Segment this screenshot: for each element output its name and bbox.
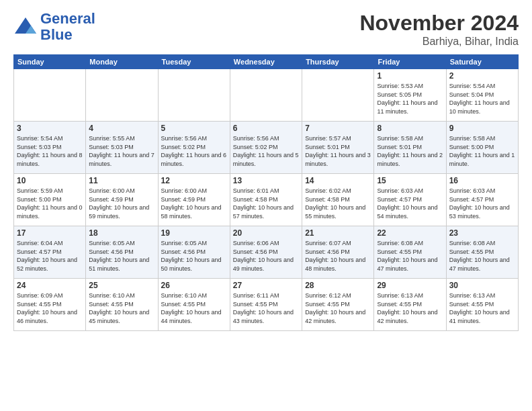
calendar-cell: 14Sunrise: 6:02 AMSunset: 4:58 PMDayligh… [302,174,374,226]
day-number: 13 [233,176,299,185]
cell-info: Sunrise: 6:05 AMSunset: 4:56 PMDaylight:… [89,239,154,273]
weekday-header: Wednesday [230,55,302,69]
day-number: 30 [449,281,515,290]
calendar-week-row: 10Sunrise: 5:59 AMSunset: 5:00 PMDayligh… [14,174,519,226]
calendar-cell: 8Sunrise: 5:58 AMSunset: 5:01 PMDaylight… [374,122,446,174]
logo-line2: Blue [40,26,73,43]
day-number: 17 [17,228,83,238]
weekday-header: Tuesday [158,55,230,69]
day-number: 9 [449,124,515,133]
calendar-cell: 16Sunrise: 6:03 AMSunset: 4:57 PMDayligh… [446,174,518,226]
weekday-header: Thursday [302,55,374,69]
calendar-cell: 24Sunrise: 6:09 AMSunset: 4:55 PMDayligh… [14,279,86,331]
cell-info: Sunrise: 6:08 AMSunset: 4:55 PMDaylight:… [377,239,443,273]
cell-info: Sunrise: 5:57 AMSunset: 5:01 PMDaylight:… [305,134,371,168]
cell-info: Sunrise: 6:05 AMSunset: 4:56 PMDaylight:… [161,239,227,273]
calendar-cell: 21Sunrise: 6:07 AMSunset: 4:56 PMDayligh… [302,226,374,279]
day-number: 28 [305,281,371,290]
header: General Blue November 2024 Barhiya, Biha… [13,11,519,48]
cell-info: Sunrise: 5:53 AMSunset: 5:05 PMDaylight:… [377,82,443,116]
calendar-cell: 13Sunrise: 6:01 AMSunset: 4:58 PMDayligh… [230,174,302,226]
calendar-cell: 9Sunrise: 5:58 AMSunset: 5:00 PMDaylight… [446,122,518,174]
page: General Blue November 2024 Barhiya, Biha… [0,0,532,338]
calendar-cell: 11Sunrise: 6:00 AMSunset: 4:59 PMDayligh… [86,174,158,226]
calendar-cell: 2Sunrise: 5:54 AMSunset: 5:04 PMDaylight… [446,69,518,122]
day-number: 6 [233,124,299,133]
day-number: 23 [449,228,515,238]
calendar-cell [14,69,86,122]
cell-info: Sunrise: 6:00 AMSunset: 4:59 PMDaylight:… [89,187,154,220]
logo: General Blue [13,11,95,43]
calendar-cell: 25Sunrise: 6:10 AMSunset: 4:55 PMDayligh… [86,279,158,331]
cell-info: Sunrise: 6:02 AMSunset: 4:58 PMDaylight:… [305,187,371,220]
day-number: 2 [449,71,515,81]
calendar-cell: 6Sunrise: 5:56 AMSunset: 5:02 PMDaylight… [230,122,302,174]
weekday-header: Sunday [14,55,86,69]
header-row: SundayMondayTuesdayWednesdayThursdayFrid… [14,55,519,69]
calendar-cell: 17Sunrise: 6:04 AMSunset: 4:57 PMDayligh… [14,226,86,279]
logo-line1: General [40,10,95,27]
day-number: 11 [89,176,154,185]
cell-info: Sunrise: 6:03 AMSunset: 4:57 PMDaylight:… [377,187,443,220]
day-number: 5 [161,124,227,133]
calendar-cell: 22Sunrise: 6:08 AMSunset: 4:55 PMDayligh… [374,226,446,279]
calendar-cell: 5Sunrise: 5:56 AMSunset: 5:02 PMDaylight… [158,122,230,174]
day-number: 18 [89,228,154,238]
calendar-cell: 10Sunrise: 5:59 AMSunset: 5:00 PMDayligh… [14,174,86,226]
cell-info: Sunrise: 5:58 AMSunset: 5:01 PMDaylight:… [377,134,443,168]
day-number: 22 [377,228,443,238]
calendar-cell: 30Sunrise: 6:13 AMSunset: 4:55 PMDayligh… [446,279,518,331]
cell-info: Sunrise: 5:58 AMSunset: 5:00 PMDaylight:… [449,134,515,168]
cell-info: Sunrise: 5:56 AMSunset: 5:02 PMDaylight:… [161,134,227,168]
day-number: 14 [305,176,371,185]
day-number: 16 [449,176,515,185]
logo-icon [13,15,38,39]
day-number: 12 [161,176,227,185]
calendar-cell: 18Sunrise: 6:05 AMSunset: 4:56 PMDayligh… [86,226,158,279]
day-number: 26 [161,281,227,290]
day-number: 29 [377,281,443,290]
day-number: 4 [89,124,154,133]
cell-info: Sunrise: 6:07 AMSunset: 4:56 PMDaylight:… [305,239,371,273]
calendar-cell: 19Sunrise: 6:05 AMSunset: 4:56 PMDayligh… [158,226,230,279]
weekday-header: Monday [86,55,158,69]
day-number: 7 [305,124,371,133]
logo-text: General Blue [40,11,95,43]
calendar-cell: 1Sunrise: 5:53 AMSunset: 5:05 PMDaylight… [374,69,446,122]
calendar-cell: 3Sunrise: 5:54 AMSunset: 5:03 PMDaylight… [14,122,86,174]
cell-info: Sunrise: 6:10 AMSunset: 4:55 PMDaylight:… [161,291,227,325]
location: Barhiya, Bihar, India [359,36,519,48]
day-number: 27 [233,281,299,290]
day-number: 19 [161,228,227,238]
calendar-cell: 20Sunrise: 6:06 AMSunset: 4:56 PMDayligh… [230,226,302,279]
cell-info: Sunrise: 5:56 AMSunset: 5:02 PMDaylight:… [233,134,299,168]
calendar-cell: 15Sunrise: 6:03 AMSunset: 4:57 PMDayligh… [374,174,446,226]
calendar-cell: 29Sunrise: 6:13 AMSunset: 4:55 PMDayligh… [374,279,446,331]
calendar-week-row: 24Sunrise: 6:09 AMSunset: 4:55 PMDayligh… [14,279,519,331]
weekday-header: Friday [374,55,446,69]
cell-info: Sunrise: 6:06 AMSunset: 4:56 PMDaylight:… [233,239,299,273]
day-number: 8 [377,124,443,133]
title-block: November 2024 Barhiya, Bihar, India [359,11,519,48]
cell-info: Sunrise: 6:09 AMSunset: 4:55 PMDaylight:… [17,291,83,325]
calendar-cell: 27Sunrise: 6:11 AMSunset: 4:55 PMDayligh… [230,279,302,331]
cell-info: Sunrise: 6:01 AMSunset: 4:58 PMDaylight:… [233,187,299,220]
calendar-week-row: 3Sunrise: 5:54 AMSunset: 5:03 PMDaylight… [14,122,519,174]
day-number: 10 [17,176,83,185]
calendar-week-row: 17Sunrise: 6:04 AMSunset: 4:57 PMDayligh… [14,226,519,279]
calendar-cell: 23Sunrise: 6:08 AMSunset: 4:55 PMDayligh… [446,226,518,279]
calendar-cell [230,69,302,122]
day-number: 25 [89,281,154,290]
calendar-week-row: 1Sunrise: 5:53 AMSunset: 5:05 PMDaylight… [14,69,519,122]
calendar-table: SundayMondayTuesdayWednesdayThursdayFrid… [13,54,519,331]
cell-info: Sunrise: 6:10 AMSunset: 4:55 PMDaylight:… [89,291,154,325]
cell-info: Sunrise: 6:13 AMSunset: 4:55 PMDaylight:… [377,291,443,325]
day-number: 24 [17,281,83,290]
cell-info: Sunrise: 6:03 AMSunset: 4:57 PMDaylight:… [449,187,515,220]
day-number: 15 [377,176,443,185]
calendar-cell: 28Sunrise: 6:12 AMSunset: 4:55 PMDayligh… [302,279,374,331]
calendar-cell: 26Sunrise: 6:10 AMSunset: 4:55 PMDayligh… [158,279,230,331]
calendar-cell [86,69,158,122]
cell-info: Sunrise: 6:13 AMSunset: 4:55 PMDaylight:… [449,291,515,325]
cell-info: Sunrise: 5:59 AMSunset: 5:00 PMDaylight:… [17,187,83,220]
